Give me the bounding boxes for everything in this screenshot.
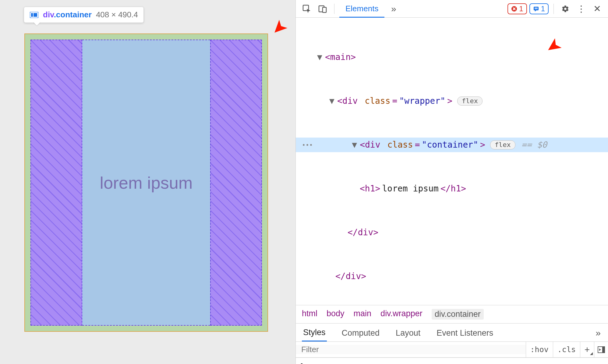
tab-elements[interactable]: Elements	[339, 0, 384, 18]
styles-filter-row: :hov .cls +◢	[296, 342, 608, 358]
annotation-arrow-icon: ➤	[266, 15, 292, 40]
tooltip-dimensions: 408 × 490.4	[96, 10, 138, 19]
more-tabs-icon[interactable]: »	[594, 324, 602, 341]
dom-node[interactable]: ▼<div class="wrapper">flex	[296, 94, 608, 108]
dom-node[interactable]: </div>	[296, 269, 608, 284]
flex-gap-left	[30, 40, 82, 326]
cls-toggle[interactable]: .cls	[553, 342, 580, 357]
dom-node[interactable]: </div>	[296, 225, 608, 240]
crumb-body[interactable]: body	[327, 309, 345, 320]
more-tabs-icon[interactable]: »	[387, 2, 400, 16]
kebab-menu-icon[interactable]: ⋮	[574, 2, 588, 16]
tooltip-selector: div.container	[43, 10, 92, 19]
hov-toggle[interactable]: :hov	[526, 342, 553, 357]
new-rule-icon[interactable]: +◢	[580, 342, 594, 357]
dom-node[interactable]: <h1>lorem ipsum</h1>	[296, 181, 608, 196]
device-toggle-icon[interactable]	[316, 2, 329, 16]
dom-node-selected[interactable]: •••▼<div class="container">flex== $0	[296, 138, 608, 152]
svg-rect-1	[31, 13, 33, 17]
inspect-tooltip: div.container 408 × 490.4	[24, 7, 144, 23]
error-count: 1	[519, 5, 523, 13]
tab-layout[interactable]: Layout	[394, 324, 422, 341]
svg-rect-11	[602, 347, 605, 353]
inspect-element-icon[interactable]	[300, 2, 313, 16]
content-box: lorem ipsum	[82, 40, 210, 326]
error-badge[interactable]: 1	[507, 3, 527, 14]
crumb-main[interactable]: main	[354, 309, 372, 320]
devtools-pane: ➤ Elements » 1 1 ⋮ ✕ ▼<main> ▼<div class…	[295, 0, 608, 364]
message-badge[interactable]: 1	[529, 3, 549, 14]
svg-rect-9	[535, 9, 538, 9]
tab-event-listeners[interactable]: Event Listeners	[435, 324, 494, 341]
preview-heading: lorem ipsum	[100, 173, 193, 193]
styles-filter-input[interactable]	[296, 345, 526, 354]
flex-badge[interactable]: flex	[457, 96, 483, 106]
svg-rect-5	[323, 7, 326, 12]
styles-subtabs: Styles Computed Layout Event Listeners »	[296, 324, 608, 342]
crumb-html[interactable]: html	[302, 309, 317, 320]
inspected-element-overlay: lorem ipsum	[24, 33, 268, 332]
close-icon[interactable]: ✕	[590, 2, 604, 16]
console-ref: == $0	[521, 138, 547, 152]
crumb-wrapper[interactable]: div.wrapper	[380, 309, 422, 320]
tab-computed[interactable]: Computed	[341, 324, 381, 341]
devtools-toolbar: Elements » 1 1 ⋮ ✕	[296, 0, 608, 18]
toggle-sidebar-icon[interactable]	[594, 342, 608, 357]
flex-gap-right	[210, 40, 262, 326]
flex-badge[interactable]: flex	[490, 140, 515, 149]
flex-icon	[30, 12, 39, 18]
tab-styles[interactable]: Styles	[302, 324, 327, 341]
crumb-container[interactable]: div.container	[432, 309, 484, 320]
message-count: 1	[541, 5, 545, 13]
dom-tree[interactable]: ▼<main> ▼<div class="wrapper">flex •••▼<…	[296, 18, 608, 305]
breadcrumb: html body main div.wrapper div.container	[296, 305, 608, 324]
styles-pane[interactable]: } css-flexbox:313 .container { width: 80…	[296, 358, 608, 364]
svg-rect-2	[34, 13, 37, 17]
svg-rect-8	[535, 8, 538, 8]
settings-gear-icon[interactable]	[559, 2, 572, 16]
page-preview-pane: div.container 408 × 490.4 lorem ipsum ➤	[0, 0, 295, 364]
